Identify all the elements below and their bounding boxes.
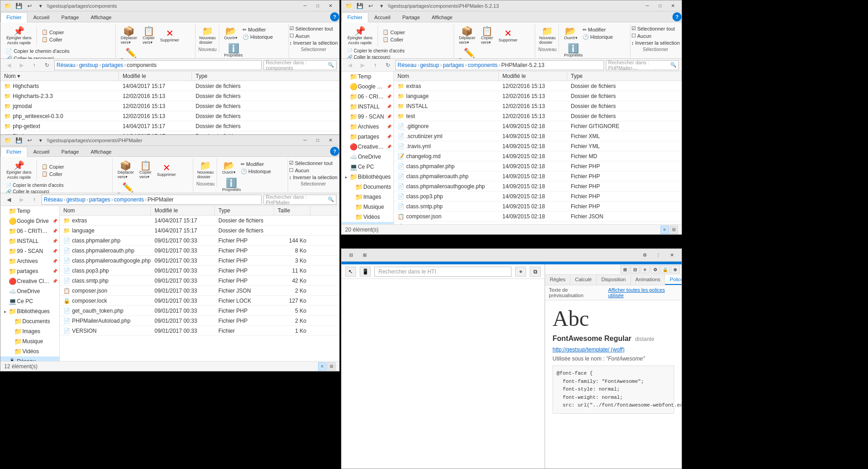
devtools-rt-btn2[interactable]: ⊟ — [630, 265, 640, 273]
tree-partages-2[interactable]: 📁partages📌 — [0, 266, 59, 276]
tree-bibliotheques-2[interactable]: ▸📁Bibliothèques — [0, 306, 59, 316]
tab-accueil-3[interactable]: Accueil — [368, 12, 396, 22]
tab-fichier-3[interactable]: Fichier — [341, 12, 368, 22]
help-btn-1[interactable]: ? — [330, 12, 339, 21]
table-row[interactable]: 📄 PHPMailerAutoload.php 09/01/2017 00:33… — [60, 316, 339, 326]
ribbon-selectall-1[interactable]: ☑Sélectionner tout — [288, 25, 340, 32]
table-row[interactable]: 📄 class.smtp.php 09/01/2017 00:33 Fichie… — [60, 276, 339, 286]
qa-undo-3[interactable]: ↩ — [366, 2, 375, 10]
ribbon-deplacer-3[interactable]: 📦Déplacervers▾ — [457, 25, 478, 46]
tab-affichage-1[interactable]: Affichage — [85, 12, 118, 22]
tab-fichier-2[interactable]: Fichier — [0, 147, 27, 157]
tree-gdrive-3[interactable]: 🟡Google Drive📌 — [341, 82, 393, 92]
table-row[interactable]: 📄 class.phpmailer.php 14/09/2015 02:18 F… — [394, 161, 682, 171]
tree-archives-3[interactable]: 📁Archives📌 — [341, 122, 393, 132]
ribbon-modifier-3[interactable]: ✏Modifier — [581, 26, 615, 33]
table-row[interactable]: 📄 class.phpmaileroauth.php 14/09/2015 02… — [394, 171, 682, 181]
devtools-device-btn[interactable]: 📱 — [360, 267, 371, 277]
tree-videos-3[interactable]: 📁Vidéos — [341, 212, 393, 222]
ribbon-supprimer-2[interactable]: ✕ Supprimer — [155, 162, 178, 178]
table-row[interactable]: 📁 jqmodal 12/02/2016 15:13 Dossier de fi… — [0, 101, 339, 111]
ribbon-proprietes-2[interactable]: ℹ️ Propriétés — [220, 177, 243, 193]
tree-onedrive-3[interactable]: ☁️OneDrive — [341, 152, 393, 162]
devtools-close-btn[interactable]: ✕ — [666, 250, 678, 260]
minimize-btn-3[interactable]: ─ — [641, 1, 653, 11]
ribbon-copier-2[interactable]: 📋Copier — [40, 163, 66, 170]
tree-cepc-2[interactable]: 💻Ce PC — [0, 296, 59, 306]
back-btn-2[interactable]: ◀ — [3, 195, 14, 205]
tree-bibliotheques-3[interactable]: ▸📁Bibliothèques — [341, 172, 393, 182]
col-date-1[interactable]: Modifié le — [119, 72, 192, 81]
devtools-search-input[interactable]: Rechercher dans le HTI — [374, 267, 512, 277]
ribbon-coller-1[interactable]: 📋Coller — [40, 36, 66, 43]
tree-temp-3[interactable]: 📁Temp — [341, 72, 393, 82]
tree-onedrive-2[interactable]: ☁️OneDrive — [0, 286, 59, 296]
tab-affichage-2[interactable]: Affichage — [85, 147, 118, 156]
tab-accueil-1[interactable]: Accueil — [27, 12, 55, 22]
tree-creativecloud-2[interactable]: 🔴Creative Cloud Fil…📌 — [0, 276, 59, 286]
ribbon-copier-3[interactable]: 📋Copier — [381, 29, 407, 36]
table-row[interactable]: 📄 class.smtp.php 14/09/2015 02:18 Fichie… — [394, 201, 682, 211]
tree-images-3[interactable]: 📁Images — [341, 192, 393, 202]
col-nom-1[interactable]: Nom ▾ — [0, 72, 119, 81]
address-bar-1[interactable]: Réseau › gestsup › partages › components — [54, 60, 262, 70]
ribbon-inverser-3[interactable]: ↕Inverser la sélection — [630, 40, 682, 46]
ribbon-epingler-1[interactable]: 📌 Épingler dansAccès rapide — [4, 25, 34, 47]
table-row[interactable]: 📁 php_writeexcel-0.3.0 12/02/2016 15:13 … — [0, 111, 339, 121]
address-bar-2[interactable]: Réseau › gestsup › partages › components… — [41, 195, 262, 205]
tree-install-2[interactable]: 📁INSTALL📌 — [0, 236, 59, 246]
view-details-2[interactable]: ⊞ — [327, 362, 336, 371]
ribbon-supprimer-1[interactable]: ✕ Supprimer — [158, 27, 181, 44]
table-row[interactable]: 📋 composer.json 09/01/2017 00:33 Fichier… — [60, 286, 339, 296]
table-row[interactable]: 📄 class.phpmailer.php 09/01/2017 00:33 F… — [60, 236, 339, 246]
ribbon-aucun-2[interactable]: ☐Aucun — [287, 167, 339, 174]
col-type-1[interactable]: Type — [192, 72, 339, 81]
devtools-select-btn[interactable]: ↖ — [345, 267, 356, 277]
ribbon-aucun-3[interactable]: ☐Aucun — [630, 32, 682, 39]
tree-criticit-2[interactable]: 📁06 - CRITICIT…📌 — [0, 226, 59, 236]
table-row[interactable]: 📄 class.phpmaileroauth.php 09/01/2017 00… — [60, 246, 339, 256]
tree-gdrive-2[interactable]: 🟡Google Drive📌 — [0, 216, 59, 226]
help-btn-2[interactable]: ? — [330, 147, 339, 156]
ribbon-selectall-3[interactable]: ☑Sélectionner tout — [630, 25, 682, 32]
table-row[interactable]: 📄 class.pop3.php 14/09/2015 02:18 Fichie… — [394, 191, 682, 201]
view-list-2[interactable]: ≡ — [318, 362, 326, 371]
devtools-dock-btn[interactable]: ⊟ — [345, 250, 357, 260]
col-type-3[interactable]: Type — [567, 72, 682, 81]
view-list-3[interactable]: ≡ — [661, 226, 669, 234]
close-btn-2[interactable]: ✕ — [325, 135, 336, 145]
ribbon-deplacer-1[interactable]: 📦 Déplacervers▾ — [119, 25, 140, 46]
ribbon-coller-3[interactable]: 📋Coller — [381, 36, 407, 43]
address-bar-3[interactable]: Réseau › gestsup › partages › components… — [395, 60, 604, 70]
tab-partage-1[interactable]: Partage — [55, 12, 85, 22]
tab-accueil-2[interactable]: Accueil — [27, 147, 55, 156]
search-bar-1[interactable]: Rechercher dans : components 🔍 — [264, 60, 336, 70]
tree-cepc-3[interactable]: 💻Ce PC — [341, 162, 393, 172]
table-row[interactable]: 📁 Highcharts-2.3.3 12/02/2016 15:13 Doss… — [0, 91, 339, 101]
minimize-btn-1[interactable]: ─ — [299, 1, 311, 11]
table-row[interactable]: 📁 extras 14/04/2017 15:17 Dossier de fic… — [60, 216, 339, 226]
devtools-rt-btn4[interactable]: ⚙ — [651, 265, 660, 273]
ribbon-epingler-3[interactable]: 📌 Épingler dansAccès rapide — [345, 25, 375, 47]
up-btn-2[interactable]: ↑ — [29, 195, 40, 205]
up-btn-1[interactable]: ↑ — [29, 60, 40, 70]
refresh-btn-3[interactable]: ↻ — [382, 60, 393, 70]
tab-polices[interactable]: Polices — [665, 275, 682, 285]
search-bar-2[interactable]: Rechercher dans : PHPMailer 🔍 — [264, 195, 336, 205]
tab-disposition[interactable]: Disposition — [597, 275, 631, 285]
ribbon-inverser-2[interactable]: ↕Inverser la sélection — [287, 174, 339, 180]
ribbon-deplacer-2[interactable]: 📦 Déplacervers▾ — [115, 160, 136, 180]
qa-undo-2[interactable]: ↩ — [25, 136, 34, 144]
devtools-new-window-icon[interactable]: ⧉ — [530, 267, 541, 277]
ribbon-coller-2[interactable]: 📋Coller — [40, 170, 66, 177]
table-row[interactable]: 📄 get_oauth_token.php 09/01/2017 00:33 F… — [60, 306, 339, 316]
tree-criticit-3[interactable]: 📁06 - CRITICIT…📌 — [341, 92, 393, 102]
table-row[interactable]: 📝 changelog.md 14/09/2015 02:18 Fichier … — [394, 151, 682, 161]
table-row[interactable]: 📋 composer.json 14/09/2015 02:18 Fichier… — [394, 211, 682, 222]
show-all-fonts-btn[interactable]: Afficher toutes les polices utilisée — [608, 287, 678, 298]
minimize-btn-2[interactable]: ─ — [299, 135, 311, 145]
tab-partage-2[interactable]: Partage — [55, 147, 85, 156]
devtools-rt-btn6[interactable]: ⊕ — [671, 265, 680, 273]
search-bar-3[interactable]: Rechercher dans : PHPMailer-... 🔍 — [606, 60, 679, 70]
table-row[interactable]: 📄 .travis.yml 14/09/2015 02:18 Fichier Y… — [394, 141, 682, 151]
